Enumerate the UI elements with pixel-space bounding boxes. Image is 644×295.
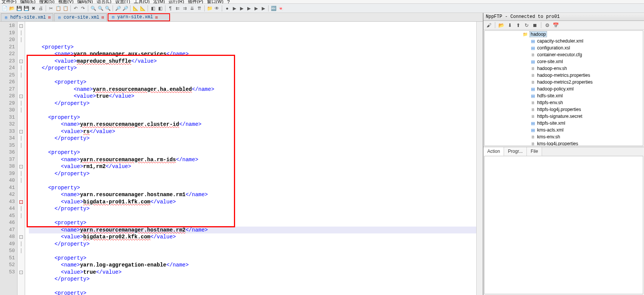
menu-item[interactable]: 文件(F) [2,0,16,4]
menu-item[interactable]: 语言(L) [97,0,111,4]
file-name[interactable]: hadoop-metrics.properties [537,73,590,78]
code-line[interactable]: </property> [29,170,476,178]
code-line[interactable]: </property> [29,135,476,142]
tree-file-row[interactable]: ▤httpfs-site.xml [485,120,643,127]
fold-marker[interactable]: │ [17,107,25,114]
tree-file-row[interactable]: 🗎hadoop-metrics.properties [485,72,643,79]
fold-marker[interactable] [17,191,25,198]
code-line[interactable]: </property> [29,205,476,213]
nppftp-log-tab[interactable]: File [527,147,542,156]
code-line[interactable]: </property> [29,241,476,248]
fold-marker[interactable] [17,51,25,58]
toolbar-button-icon[interactable]: ✂ [48,5,54,11]
tree-file-row[interactable]: 🗎kms-log4j.properties [485,140,643,146]
tree-file-row[interactable]: 🗎hadoop-metrics2.properties [485,79,643,86]
fold-marker[interactable] [17,114,25,121]
code-line[interactable]: <name>yarn.resourcemanager.cluster-id</n… [29,121,476,128]
code-line[interactable] [29,213,476,220]
fold-marker[interactable]: │ [17,135,25,142]
menu-item[interactable]: 设置(T) [115,0,130,4]
file-name[interactable]: core-site.xml [537,59,563,64]
code-line[interactable]: <property> [29,290,476,295]
toolbar-button-icon[interactable]: 🍬 [278,5,284,11]
nppftp-file-tree[interactable]: 📁hadoop▤capacity-scheduler.xml▤configura… [484,30,643,146]
code-line[interactable] [29,107,476,114]
code-line[interactable]: <property> [29,184,476,192]
toolbar-button-icon[interactable]: 📐 [132,5,138,11]
menu-item[interactable]: 工具(O) [134,0,149,4]
toolbar-button-icon[interactable]: ⇊ [189,5,195,11]
fold-marker[interactable] [17,262,25,269]
code-line[interactable]: <name>yarn.log-aggregation-enable</name> [29,262,476,269]
file-name[interactable]: kms-acls.xml [537,127,563,133]
code-line[interactable] [29,142,476,149]
toolbar-button-icon[interactable]: ▶ [253,5,259,11]
code-line[interactable] [29,72,476,79]
menu-item[interactable]: 编码(N) [77,0,93,4]
file-name[interactable]: hadoop-metrics2.properties [537,79,593,85]
nppftp-toolbar-icon[interactable]: ⚙ [544,22,550,28]
fold-marker[interactable]: - [17,233,25,241]
toolbar-button-icon[interactable]: ▶ [246,5,252,11]
code-line[interactable]: <value>bigdata-pro01.kfk.com</value> [29,198,476,206]
file-name[interactable]: container-executor.cfg [537,52,582,57]
toolbar-button-icon[interactable]: 📋 [62,5,68,11]
tree-file-row[interactable]: ▤capacity-scheduler.xml [485,38,643,44]
toolbar-button-icon[interactable]: ⇇ [175,5,181,11]
editor-scrollbar-vertical[interactable] [476,22,483,295]
file-name[interactable]: httpfs-log4j.properties [537,107,581,112]
file-name[interactable]: configuration.xsl [537,45,570,51]
nppftp-toolbar-icon[interactable]: 📅 [553,22,559,28]
menu-item[interactable]: ? [227,0,230,4]
code-line[interactable]: <value>true</value> [29,93,476,100]
toolbar-button-icon[interactable]: ▶ [231,5,237,11]
menu-item[interactable]: 编辑(E) [20,0,35,4]
code-line[interactable]: <property> [29,149,476,156]
fold-marker[interactable]: │ [17,241,25,248]
nppftp-toolbar-icon[interactable]: 📂 [498,22,504,28]
toolbar-button-icon[interactable]: 🔍 [105,5,111,11]
toolbar-button-icon[interactable]: ◧ [157,5,163,11]
folder-name[interactable]: hadoop [530,31,547,37]
file-name[interactable]: hadoop-env.sh [537,66,567,71]
menu-item[interactable]: 插件(P) [188,0,203,4]
code-line[interactable]: <property> [29,255,476,262]
fold-marker[interactable] [17,44,25,51]
toolbar-button-icon[interactable]: 💾 [23,5,29,11]
fold-marker[interactable]: │ [17,65,25,72]
code-line[interactable]: <property> [29,114,476,121]
nppftp-toolbar-icon[interactable]: ⬆ [515,22,521,28]
toolbar-button-icon[interactable]: 📋 [55,5,61,11]
fold-marker[interactable]: │ [17,30,25,37]
file-name[interactable]: httpfs-site.xml [537,121,565,126]
fold-marker[interactable]: - [17,128,25,135]
tree-file-row[interactable]: 🗎container-executor.cfg [485,51,643,58]
file-name[interactable]: hadoop-policy.xml [537,86,574,92]
fold-marker[interactable]: │ [17,100,25,107]
toolbar-button-icon[interactable]: 🖨 [38,5,44,11]
toolbar-button-icon[interactable]: ↶ [73,5,79,11]
toolbar-button-icon[interactable]: 🔎 [115,5,121,11]
nppftp-toolbar-icon[interactable]: ⏹ [532,22,538,28]
code-line[interactable]: <name>yarn.resourcemanager.ha.rm-ids</na… [29,156,476,163]
editor-tab[interactable]: ▤hdfs-site.xml⊠ [1,13,53,21]
file-name[interactable]: hdfs-site.xml [537,93,563,98]
fold-marker[interactable]: - [17,58,25,65]
tree-file-row[interactable]: 🗎hadoop-env.sh [485,65,643,72]
tree-file-row[interactable]: ▤kms-acls.xml [485,127,643,133]
menu-item[interactable]: 搜索(S) [39,0,54,4]
menu-item[interactable]: 窗口(W) [207,0,223,4]
tree-file-row[interactable]: ▤hdfs-site.xml [485,92,643,99]
tree-file-row[interactable]: ▤hadoop-policy.xml [485,86,643,92]
code-line[interactable]: <property> [29,44,476,51]
code-line[interactable] [29,247,476,255]
nppftp-toolbar-icon[interactable]: ⬇ [507,22,513,28]
fold-marker[interactable]: - [17,163,25,170]
menu-item[interactable]: 运行(R) [169,0,184,4]
toolbar-button-icon[interactable]: ↷ [80,5,86,11]
toolbar-button-icon[interactable]: ✖ [30,5,37,11]
file-name[interactable]: kms-env.sh [537,134,560,140]
code-line[interactable]: <value>bigdata-pro02.kfk.com</value> [29,233,476,241]
toolbar-button-icon[interactable]: 📂 [9,5,15,11]
tree-file-row[interactable]: ▤configuration.xsl [485,44,643,51]
